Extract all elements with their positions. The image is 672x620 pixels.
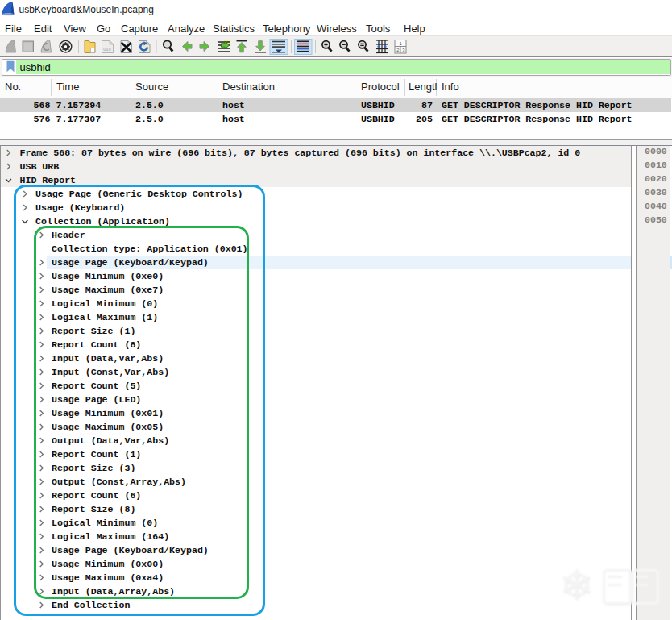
svg-text:010: 010 bbox=[103, 47, 111, 52]
